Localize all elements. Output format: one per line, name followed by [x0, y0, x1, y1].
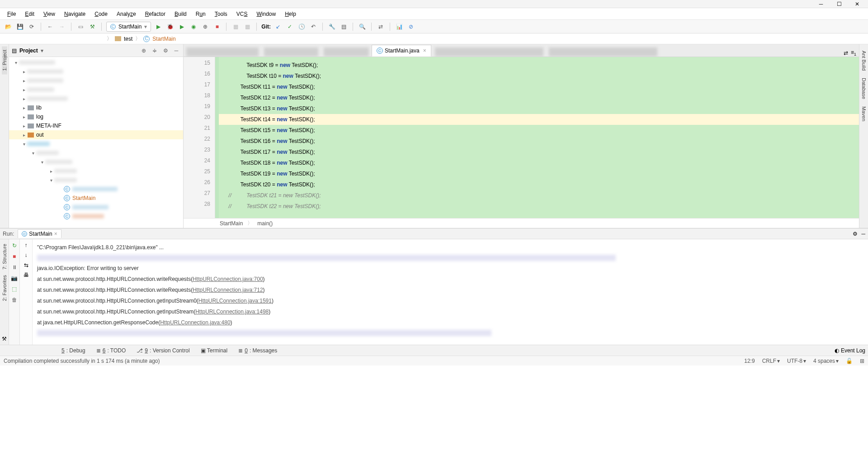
dump-icon[interactable]: 📷 — [11, 275, 18, 282]
editor-tab-hidden[interactable] — [324, 47, 369, 57]
no-entry-icon[interactable]: ⊘ — [406, 22, 415, 31]
run-config-selector[interactable]: C StartMain ▾ — [106, 22, 151, 32]
menu-refactor[interactable]: Refactor — [141, 9, 170, 19]
rerun-icon[interactable]: ↻ — [11, 242, 18, 249]
build-tool-icon[interactable]: ⚒ — [2, 336, 7, 342]
editor-tab-startmain[interactable]: C StartMain.java × — [372, 45, 431, 57]
tool-tab-maven[interactable]: Maven — [861, 103, 867, 125]
chart-icon[interactable]: 📊 — [395, 22, 404, 31]
exit-icon[interactable]: ⬚ — [11, 285, 18, 293]
stop-icon[interactable]: ■ — [11, 253, 18, 260]
tab-messages[interactable]: ≣ 0: Messages — [236, 347, 279, 354]
stacktrace-link[interactable]: HttpURLConnection.java:1498 — [195, 309, 269, 315]
tool-tab-project[interactable]: 1: Project — [2, 46, 7, 74]
tab-list-icon[interactable]: ≡1 — [851, 49, 856, 57]
editor-tab-hidden[interactable] — [186, 47, 259, 57]
minimize-icon[interactable]: ─ — [818, 1, 824, 7]
lock-icon[interactable]: 🔓 — [846, 358, 853, 364]
menu-help[interactable]: Help — [280, 9, 301, 19]
crumb-method[interactable]: main() — [257, 220, 273, 227]
tool-tab-ant[interactable]: Ant Build — [861, 47, 867, 74]
tree-item-out[interactable]: ▸out — [9, 130, 183, 139]
close-tab-icon[interactable]: × — [54, 231, 57, 237]
collapse-icon[interactable]: ≑ — [151, 47, 159, 55]
sync-icon[interactable]: ⟳ — [27, 22, 36, 31]
trash-icon[interactable]: 🗑 — [11, 296, 18, 304]
print-icon[interactable]: 🖶 — [24, 272, 29, 278]
menu-vcs[interactable]: VCS — [232, 9, 252, 19]
target-icon[interactable]: ⊕ — [140, 47, 148, 55]
hammer-icon[interactable]: ⚒ — [88, 22, 97, 31]
menu-edit[interactable]: Edit — [20, 9, 39, 19]
git-update-icon[interactable]: ↙ — [274, 22, 283, 31]
menu-code[interactable]: Code — [90, 9, 112, 19]
menu-run[interactable]: Run — [191, 9, 210, 19]
pause-icon[interactable]: ⏸ — [11, 264, 18, 271]
wrap-icon[interactable]: ⇆ — [24, 262, 28, 268]
inspector-icon[interactable]: ⊞ — [860, 358, 864, 364]
menu-file[interactable]: FFileile — [3, 9, 20, 19]
forward-icon[interactable]: → — [57, 22, 66, 31]
git-revert-icon[interactable]: ↶ — [309, 22, 318, 31]
down-icon[interactable]: ↓ — [25, 252, 28, 258]
maximize-icon[interactable]: ☐ — [836, 1, 842, 7]
status-encoding[interactable]: UTF-8 ▾ — [787, 358, 806, 364]
menu-analyze[interactable]: Analyze — [112, 9, 141, 19]
tab-options-icon[interactable]: ⇄ — [844, 50, 848, 56]
breadcrumb-class[interactable]: StartMain — [152, 36, 175, 42]
tab-debug[interactable]: 55: Debug: Debug — [60, 347, 87, 354]
tree-item-startmain[interactable]: CStartMain — [9, 194, 183, 203]
coverage-icon[interactable]: ▶ — [177, 22, 186, 31]
console-output[interactable]: "C:\Program Files\Java\jdk1.8.0_221\bin\… — [33, 239, 868, 345]
menu-build[interactable]: Build — [170, 9, 191, 19]
stop-icon[interactable]: ■ — [212, 22, 222, 31]
tree-item-lib[interactable]: ▸lib — [9, 103, 183, 112]
tab-todo[interactable]: ≣ 6: TODO — [94, 347, 128, 354]
status-indent[interactable]: 4 spaces ▾ — [813, 358, 839, 364]
layout2-icon[interactable]: ▦ — [243, 22, 252, 31]
crumb-class[interactable]: StartMain — [220, 220, 243, 227]
build-action-icon[interactable]: ▭ — [76, 22, 85, 31]
event-log[interactable]: ◐ Event Log — [835, 347, 865, 354]
hide-icon[interactable]: ─ — [861, 231, 865, 237]
pair-icon[interactable]: ⇄ — [376, 22, 385, 31]
tree-item-metainf[interactable]: ▸META-INF — [9, 121, 183, 130]
tool-tab-favorites[interactable]: 2: Favorites — [2, 272, 7, 304]
tree-item-log[interactable]: ▸log — [9, 112, 183, 121]
attach-icon[interactable]: ⊕ — [201, 22, 210, 31]
save-icon[interactable]: 💾 — [15, 22, 24, 31]
gear-icon[interactable]: ⚙ — [853, 231, 858, 237]
project-tree[interactable]: ▾ ▸ ▸ ▸ ▸ ▸lib ▸log ▸META-INF ▸out ▾ ▾ ▾… — [9, 57, 183, 228]
profile-icon[interactable]: ◉ — [189, 22, 198, 31]
editor-tab-hidden[interactable] — [549, 47, 657, 57]
open-icon[interactable]: 📂 — [4, 22, 13, 31]
back-icon[interactable]: ← — [46, 22, 55, 31]
menu-view[interactable]: View — [39, 9, 60, 19]
menu-tools[interactable]: Tools — [210, 9, 232, 19]
stacktrace-link[interactable]: HttpURLConnection.java:712 — [193, 287, 263, 293]
breadcrumb-folder[interactable]: test — [124, 36, 132, 42]
debug-icon[interactable]: 🐞 — [165, 22, 175, 31]
gear-icon[interactable]: ⚙ — [161, 47, 170, 55]
hide-icon[interactable]: ─ — [172, 47, 180, 55]
menu-navigate[interactable]: Navigate — [60, 9, 90, 19]
tab-terminal[interactable]: ▣ Terminal — [199, 347, 229, 354]
structure-icon[interactable]: ▤ — [339, 22, 348, 31]
stacktrace-link[interactable]: HttpURLConnection.java:700 — [193, 276, 263, 282]
editor-tab-hidden[interactable] — [435, 47, 543, 57]
status-line-ending[interactable]: CRLF ▾ — [762, 358, 780, 364]
git-history-icon[interactable]: 🕓 — [297, 22, 306, 31]
stacktrace-link[interactable]: HttpURLConnection.java:1591 — [198, 298, 272, 304]
tab-version-control[interactable]: ⎇ 9: Version Control — [135, 347, 191, 354]
close-icon[interactable]: ✕ — [854, 1, 860, 7]
tool-tab-structure[interactable]: 7: Structure — [2, 241, 7, 272]
status-caret-pos[interactable]: 12:9 — [744, 358, 755, 364]
git-commit-icon[interactable]: ✓ — [285, 22, 294, 31]
menu-window[interactable]: Window — [252, 9, 280, 19]
editor-tab-hidden[interactable] — [264, 47, 318, 57]
tool-tab-database[interactable]: Database — [861, 74, 867, 103]
layout-icon[interactable]: ▦ — [231, 22, 240, 31]
code-editor[interactable]: TestSDK t9 = new TestSDK(); TestSDK t10 … — [219, 57, 859, 218]
up-icon[interactable]: ↑ — [25, 242, 28, 248]
run-icon[interactable]: ▶ — [154, 22, 163, 31]
